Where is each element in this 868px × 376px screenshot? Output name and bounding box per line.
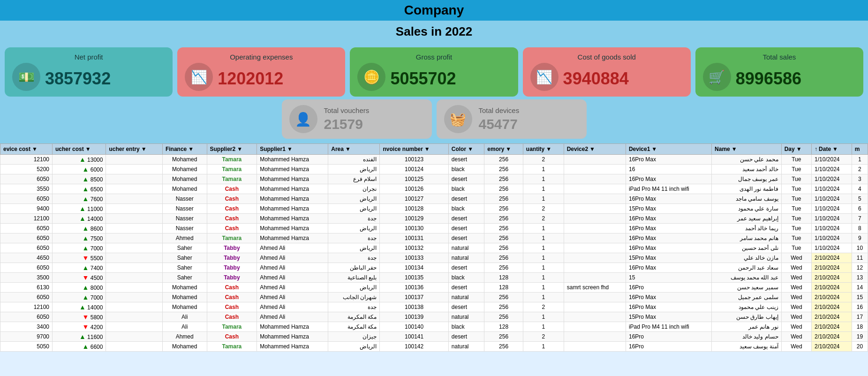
cell-memory: 128 <box>484 283 523 293</box>
cell-day: Wed <box>781 322 811 332</box>
cell-day: Wed <box>781 283 811 293</box>
cell-memory: 256 <box>484 243 523 253</box>
cell-invoice: 100135 <box>380 273 448 283</box>
cell-voucher-cost: ▲ 13000 <box>53 155 106 165</box>
cell-color: natural <box>448 253 484 263</box>
cell-supplier2: Tamara <box>207 174 257 184</box>
col-quantity[interactable]: uantity ▼ <box>523 144 564 155</box>
cell-color: desert <box>448 224 484 233</box>
cell-device1: 15Pro Max <box>626 204 711 214</box>
col-day[interactable]: Day ▼ <box>781 144 811 155</box>
cell-date: 2/10/2024 <box>812 302 852 312</box>
cell-voucher-cost: ▲ 6600 <box>53 342 106 352</box>
kpi-total-vouchers-title: Total vouchers <box>324 106 370 114</box>
col-supplier2[interactable]: Supplier2 ▼ <box>207 144 257 155</box>
cell-quantity: 1 <box>523 184 564 194</box>
cell-name: عمر يوسف جمال <box>712 174 782 184</box>
cell-quantity: 1 <box>523 283 564 293</box>
table-row: 3400 ▼ 4200 Ali Tamara Mohammed Hamza مك… <box>0 322 868 332</box>
cell-invoice: 100129 <box>380 214 448 224</box>
data-table: evice cost ▼ ucher cost ▼ ucher entry ▼ … <box>0 143 868 352</box>
cell-supplier2: Cash <box>207 283 257 293</box>
col-voucher-cost[interactable]: ucher cost ▼ <box>53 144 106 155</box>
cell-quantity: 1 <box>523 322 564 332</box>
col-date[interactable]: ↑ Date ▼ <box>812 144 852 155</box>
cell-quantity: 1 <box>523 194 564 204</box>
cell-date: 1/10/2024 <box>812 184 852 194</box>
cell-supplier2: Cash <box>207 214 257 224</box>
cell-voucher-cost: ▲ 8600 <box>53 224 106 233</box>
cell-date: 2/10/2024 <box>812 293 852 302</box>
cell-voucher-entry <box>106 233 162 243</box>
cell-voucher-entry <box>106 165 162 174</box>
col-name[interactable]: Name ▼ <box>712 144 782 155</box>
cell-supplier1: Mohammed Hamza <box>257 342 328 352</box>
cell-finance: Saher <box>162 273 207 283</box>
col-voucher-entry[interactable]: ucher entry ▼ <box>106 144 162 155</box>
cell-supplier1: Ahmed Ali <box>257 312 328 322</box>
cell-color: desert <box>448 174 484 184</box>
cell-name: هانم محمد سامر <box>712 233 782 243</box>
cell-color: black <box>448 165 484 174</box>
col-num[interactable]: m <box>852 144 868 155</box>
cell-name: فاطمة نور الهدى <box>712 184 782 194</box>
table-header-row: evice cost ▼ ucher cost ▼ ucher entry ▼ … <box>0 144 868 155</box>
cell-invoice: 100138 <box>380 302 448 312</box>
cell-device1: 16Pro Max <box>626 224 711 233</box>
cell-quantity: 1 <box>523 342 564 352</box>
table-row: 6050 ▼ 5800 Ali Cash Ahmed Ali مكة المكر… <box>0 312 868 322</box>
cell-finance: Saher <box>162 263 207 273</box>
cell-quantity: 2 <box>523 214 564 224</box>
cell-num: 2 <box>852 165 868 174</box>
cell-voucher-cost: ▲ 6000 <box>53 165 106 174</box>
cell-device1: 16Pro Max <box>626 194 711 204</box>
kpi-total-vouchers-value: 21579 <box>324 116 370 132</box>
cell-quantity: 2 <box>523 302 564 312</box>
cell-voucher-cost: ▲ 6500 <box>53 184 106 194</box>
cell-device2 <box>564 342 626 352</box>
cell-day: Wed <box>781 332 811 342</box>
col-color[interactable]: Color ▼ <box>448 144 484 155</box>
cell-device2 <box>564 194 626 204</box>
cell-finance: Mohamed <box>162 283 207 293</box>
cell-name: خالد أحمد سعيد <box>712 165 782 174</box>
cell-date: 2/10/2024 <box>812 342 852 352</box>
cell-device-cost: 12100 <box>0 155 53 165</box>
cell-voucher-entry <box>106 322 162 332</box>
kpi-total-vouchers: 👤 Total vouchers 21579 <box>282 99 432 139</box>
col-supplier1[interactable]: Supplier1 ▼ <box>257 144 328 155</box>
cell-num: 8 <box>852 224 868 233</box>
cell-area: جدة <box>328 233 380 243</box>
cell-date: 1/10/2024 <box>812 214 852 224</box>
cell-area: الرياض <box>328 224 380 233</box>
cell-device1: 16 <box>626 165 711 174</box>
cell-memory: 256 <box>484 312 523 322</box>
col-device2[interactable]: Device2 ▼ <box>564 144 626 155</box>
cell-num: 13 <box>852 273 868 283</box>
col-invoice[interactable]: nvoice number ▼ <box>380 144 448 155</box>
cell-date: 2/10/2024 <box>812 253 852 263</box>
cell-quantity: 1 <box>523 253 564 263</box>
cell-date: 1/10/2024 <box>812 174 852 184</box>
col-finance[interactable]: Finance ▼ <box>162 144 207 155</box>
cell-supplier1: Mohammed Hamza <box>257 332 328 342</box>
cell-device2 <box>564 273 626 283</box>
col-area[interactable]: Area ▼ <box>328 144 380 155</box>
cell-date: 2/10/2024 <box>812 263 852 273</box>
kpi-cost-of-goods: Cost of goods sold 📉 3940884 <box>523 47 691 97</box>
col-device1[interactable]: Device1 ▼ <box>626 144 711 155</box>
kpi-gross-profit-icon: 🪙 <box>357 63 385 91</box>
cell-voucher-entry <box>106 332 162 342</box>
cell-name: نلى أحمد حسين <box>712 243 782 253</box>
cell-num: 10 <box>852 243 868 253</box>
cell-supplier2: Tabby <box>207 263 257 273</box>
col-device-cost[interactable]: evice cost ▼ <box>0 144 53 155</box>
cell-voucher-entry <box>106 184 162 194</box>
cell-area: بلبع الصناعية <box>328 273 380 283</box>
kpi-total-sales: Total sales 🛒 8996586 <box>695 47 863 97</box>
col-memory[interactable]: emory ▼ <box>484 144 523 155</box>
cell-day: Tue <box>781 194 811 204</box>
cell-memory: 256 <box>484 174 523 184</box>
cell-area: اسلام فرع <box>328 174 380 184</box>
cell-memory: 256 <box>484 214 523 224</box>
